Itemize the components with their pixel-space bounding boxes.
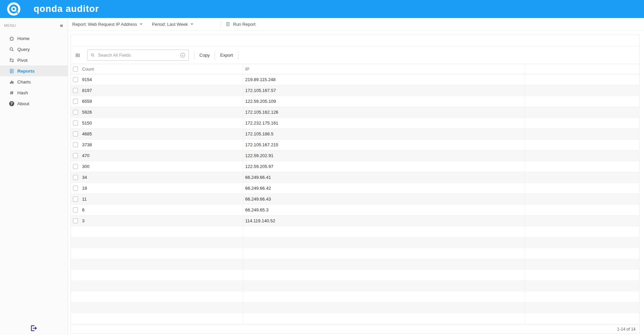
row-checkbox[interactable]	[73, 99, 78, 104]
sidebar-item-reports[interactable]: Reports	[0, 66, 68, 76]
sidebar-item-charts[interactable]: Charts	[0, 76, 68, 87]
row-checkbox[interactable]	[73, 175, 78, 180]
row-checkbox[interactable]	[73, 110, 78, 115]
search-input[interactable]	[97, 52, 180, 58]
ip-cell: 66.249.65.3	[243, 205, 525, 215]
empty-row	[71, 237, 639, 248]
row-spacer	[525, 205, 639, 215]
row-checkbox-cell	[71, 118, 80, 128]
sidebar-item-label: Home	[17, 36, 30, 41]
row-checkbox[interactable]	[73, 207, 78, 212]
sidebar-item-label: Charts	[17, 79, 31, 85]
row-checkbox[interactable]	[73, 142, 78, 147]
table-row: 5150 172.232.175.161	[71, 118, 639, 129]
row-spacer	[525, 139, 639, 150]
about-icon	[9, 101, 14, 106]
count-cell: 34	[80, 172, 243, 183]
row-checkbox-cell	[71, 107, 80, 117]
sidebar: MENU Home Query Pivot Reports	[0, 18, 68, 335]
reports-icon	[9, 68, 14, 74]
logout-icon[interactable]	[30, 324, 37, 332]
sidebar-item-about[interactable]: About	[0, 98, 68, 109]
table-row: 3 114.119.140.52	[71, 216, 639, 226]
row-checkbox[interactable]	[73, 88, 78, 93]
sidebar-item-home[interactable]: Home	[0, 33, 68, 44]
pagination-range-label: 1-14 of 14	[617, 327, 636, 332]
charts-icon	[9, 79, 14, 85]
row-checkbox-cell	[71, 96, 80, 107]
row-spacer	[525, 216, 639, 226]
ip-cell: 172.105.188.5	[243, 129, 525, 139]
report-panel: Copy Export Count IP 9154 219.89.115.248…	[71, 35, 640, 334]
row-checkbox[interactable]	[73, 186, 78, 191]
search-icon	[9, 46, 14, 52]
divider	[220, 21, 221, 27]
row-checkbox[interactable]	[73, 218, 78, 223]
sidebar-item-query[interactable]: Query	[0, 44, 68, 55]
app-title: qonda auditor	[34, 4, 99, 14]
report-selector[interactable]: Report: Web Request IP Address	[72, 22, 142, 27]
app-logo-icon	[7, 2, 21, 16]
period-selector[interactable]: Period: Last Week	[152, 22, 193, 27]
row-checkbox[interactable]	[73, 164, 78, 169]
search-icon	[91, 53, 95, 57]
ip-cell: 122.59.202.91	[243, 150, 525, 161]
empty-row	[71, 248, 639, 259]
run-report-button[interactable]: Run Report	[226, 22, 255, 27]
ip-cell: 172.232.175.161	[243, 118, 525, 128]
pivot-icon	[9, 57, 14, 63]
count-cell: 11	[80, 194, 243, 204]
table-row: 4685 172.105.188.5	[71, 129, 639, 139]
period-selector-label: Period: Last Week	[152, 22, 188, 27]
row-checkbox-cell	[71, 172, 80, 183]
row-checkbox-cell	[71, 85, 80, 96]
copy-button[interactable]: Copy	[199, 53, 210, 58]
menu-label: MENU	[4, 23, 16, 27]
column-header-count[interactable]: Count	[80, 64, 243, 74]
row-spacer	[525, 161, 639, 172]
row-checkbox-cell	[71, 194, 80, 204]
table-row: 300 122.59.205.97	[71, 161, 639, 172]
row-checkbox[interactable]	[73, 153, 78, 158]
main-content: Report: Web Request IP Address Period: L…	[68, 18, 644, 335]
row-checkbox-cell	[71, 150, 80, 161]
table-row: 5926 172.105.162.126	[71, 107, 639, 118]
sidebar-menu-header: MENU	[0, 18, 68, 31]
select-all-cell	[71, 64, 80, 74]
count-cell: 3	[80, 216, 243, 226]
row-spacer	[525, 85, 639, 96]
column-header-ip[interactable]: IP	[243, 64, 525, 74]
ip-cell: 66.249.66.41	[243, 172, 525, 183]
count-cell: 4685	[80, 129, 243, 139]
row-spacer	[525, 74, 639, 85]
sidebar-item-pivot[interactable]: Pivot	[0, 55, 68, 66]
home-icon	[9, 36, 14, 41]
row-spacer	[525, 96, 639, 107]
row-spacer	[525, 183, 639, 193]
count-cell: 300	[80, 161, 243, 172]
table-row: 470 122.59.202.91	[71, 150, 639, 161]
row-checkbox[interactable]	[73, 120, 78, 126]
row-spacer	[525, 129, 639, 139]
count-cell: 3738	[80, 139, 243, 150]
search-box	[87, 50, 189, 61]
search-options-icon[interactable]	[180, 52, 186, 58]
empty-row	[71, 226, 639, 237]
table-row: 6 66.249.65.3	[71, 205, 639, 216]
count-cell: 6559	[80, 96, 243, 107]
sidebar-item-hash[interactable]: Hash	[0, 87, 68, 98]
row-checkbox-cell	[71, 161, 80, 172]
run-report-label: Run Report	[233, 22, 255, 27]
column-chooser-icon[interactable]	[75, 53, 80, 58]
sidebar-collapse-button[interactable]	[60, 22, 63, 28]
select-all-checkbox[interactable]	[73, 67, 78, 72]
grid-footer: 1-14 of 14	[71, 324, 639, 333]
empty-row	[71, 281, 639, 292]
row-checkbox[interactable]	[73, 77, 78, 82]
row-checkbox[interactable]	[73, 131, 78, 136]
count-cell: 9154	[80, 74, 243, 85]
table-row: 3738 172.105.167.215	[71, 139, 639, 150]
row-checkbox[interactable]	[73, 197, 78, 202]
ip-cell: 114.119.140.52	[243, 216, 525, 226]
export-button[interactable]: Export	[220, 53, 233, 58]
